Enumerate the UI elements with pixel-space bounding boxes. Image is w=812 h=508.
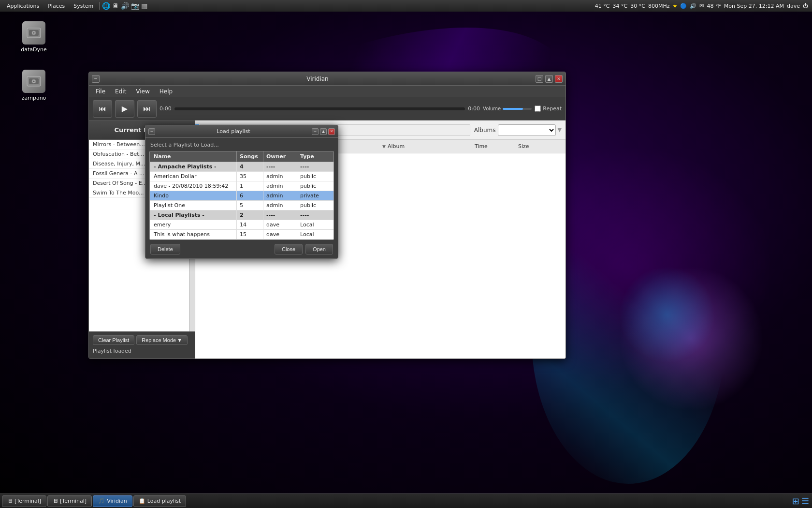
- prev-btn[interactable]: ⏮: [93, 100, 112, 118]
- viridian-menubar: File Edit View Help: [89, 86, 566, 97]
- col-header-arrow: ▼: [380, 144, 388, 149]
- menu-places[interactable]: Places: [44, 2, 69, 10]
- dialog-row-7[interactable]: This is what happens15daveLocal: [150, 230, 334, 239]
- window-list-btn[interactable]: ☰: [801, 496, 809, 506]
- workspace-switcher[interactable]: ⊞: [792, 496, 799, 506]
- viridian-title: Viridian: [100, 75, 536, 82]
- terminal2-label: [Terminal]: [60, 498, 87, 504]
- dialog-row-3[interactable]: Kindo6adminprivate: [150, 191, 334, 201]
- viridian-window-controls: ─: [92, 75, 100, 83]
- audio-icon[interactable]: 🔊: [121, 2, 129, 10]
- viridian-maximize-btn[interactable]: ▲: [545, 75, 553, 83]
- zampano-label: zampano: [22, 95, 46, 101]
- taskbar-app-terminal1[interactable]: 🖥 [Terminal]: [2, 495, 46, 507]
- replace-mode-arrow[interactable]: ▼: [177, 337, 182, 343]
- dialog-close-btn[interactable]: ✕: [328, 128, 335, 135]
- cpu-label: 800MHz: [648, 3, 670, 9]
- dialog-cell-songs-5: 2: [237, 210, 263, 220]
- loadplaylist-label: Load playlist: [147, 498, 181, 504]
- next-btn[interactable]: ⏭: [137, 100, 157, 118]
- col-type-header: Type: [297, 151, 331, 162]
- dialog-cell-type-7: Local: [297, 230, 331, 239]
- table-col-headers: ▼ Album Time Size: [380, 143, 562, 149]
- open-btn[interactable]: Open: [305, 244, 333, 254]
- col-time-header: Time: [475, 143, 518, 149]
- viridian-taskbar-label: Viridian: [107, 498, 127, 504]
- desktop-icon-zampano[interactable]: zampano: [14, 67, 53, 104]
- time-end: 0:00: [468, 105, 480, 112]
- svg-point-7: [33, 81, 35, 82]
- dialog-row-6[interactable]: emery14daveLocal: [150, 220, 334, 230]
- progress-bar-container[interactable]: [174, 107, 465, 110]
- dialog-title: Load playlist: [155, 128, 312, 134]
- dialog-row-1[interactable]: American Dollar35adminpublic: [150, 172, 334, 181]
- user-label: dave: [787, 3, 800, 9]
- chrome-icon[interactable]: 🌐: [102, 2, 110, 10]
- replace-mode-btn[interactable]: Replace Mode ▼: [136, 335, 188, 345]
- taskbar-top-right: 41 °C 34 °C 30 °C 800MHz ★ 🔵 🔊 ✉ 48 °F M…: [591, 3, 812, 9]
- terminal-icon[interactable]: 🖥: [112, 2, 119, 10]
- bluetooth-icon[interactable]: 🔵: [680, 3, 687, 9]
- menu-file[interactable]: File: [91, 87, 110, 96]
- taskbar-app-terminal2[interactable]: 🖥 [Terminal]: [47, 495, 92, 507]
- viridian-right-controls: □ ▲ ✕: [536, 75, 563, 83]
- dialog-cell-type-1: public: [297, 172, 331, 181]
- dialog-cell-type-6: Local: [297, 220, 331, 229]
- taskbar-app-loadplaylist[interactable]: 📋 Load playlist: [133, 495, 186, 507]
- menu-edit[interactable]: Edit: [110, 87, 131, 96]
- volume-icon[interactable]: 🔊: [690, 3, 696, 9]
- viridian-minimize-btn[interactable]: ─: [92, 75, 100, 83]
- dialog-minimize-btn[interactable]: ─: [312, 128, 319, 135]
- dialog-cell-songs-1: 35: [237, 172, 263, 181]
- dialog-cell-name-3: Kindo: [150, 191, 237, 200]
- viridian-close-btn[interactable]: ✕: [555, 75, 563, 83]
- dialog-cell-type-2: public: [297, 181, 331, 191]
- dialog-cell-name-5: - Local Playlists -: [150, 210, 237, 220]
- dialog-cell-name-7: This is what happens: [150, 230, 237, 239]
- play-btn[interactable]: ▶: [115, 100, 134, 118]
- playlist-footer: Clear Playlist Replace Mode ▼ Playlist l…: [89, 331, 195, 359]
- dialog-cell-owner-7: dave: [263, 230, 297, 239]
- dialog-row-0[interactable]: - Ampache Playlists -4--------: [150, 162, 334, 172]
- close-btn[interactable]: Close: [275, 244, 303, 254]
- taskbar-bottom-left: 🖥 [Terminal] 🖥 [Terminal] 🎵 Viridian 📋 L…: [0, 495, 188, 507]
- desktop-icon-datadyne[interactable]: dataDyne: [14, 18, 53, 56]
- datetime-label: Mon Sep 27, 12:12 AM: [724, 3, 784, 9]
- menu-applications[interactable]: Applications: [3, 2, 43, 10]
- viridian-restore-btn[interactable]: □: [536, 75, 543, 83]
- temp2-label: 34 °C: [613, 3, 628, 9]
- workspace-icon[interactable]: ▦: [141, 2, 147, 10]
- temp3-label: 30 °C: [630, 3, 645, 9]
- power-icon[interactable]: ⏻: [803, 3, 808, 9]
- dialog-subtitle: Select a Playlist to Load...: [145, 138, 338, 151]
- star-icon: ★: [672, 3, 677, 9]
- dialog-cell-owner-4: admin: [263, 201, 297, 210]
- menu-view[interactable]: View: [131, 87, 154, 96]
- dialog-menu-btn[interactable]: ─: [148, 128, 155, 135]
- clear-playlist-btn[interactable]: Clear Playlist: [93, 335, 134, 345]
- dialog-maximize-btn[interactable]: ▲: [320, 128, 327, 135]
- menu-system[interactable]: System: [70, 2, 97, 10]
- repeat-checkbox[interactable]: [535, 105, 541, 112]
- albums-filter-arrow[interactable]: ▼: [558, 127, 562, 133]
- dialog-cell-owner-3: admin: [263, 191, 297, 200]
- dialog-buttons: Delete Close Open: [145, 240, 338, 258]
- dialog-row-5[interactable]: - Local Playlists -2--------: [150, 210, 334, 220]
- taskbar-app-viridian[interactable]: 🎵 Viridian: [93, 495, 132, 507]
- screenshot-icon[interactable]: 📷: [131, 2, 139, 10]
- weather-label: 48 °F: [707, 3, 721, 9]
- repeat-label: Repeat: [543, 105, 562, 112]
- volume-slider[interactable]: [503, 108, 532, 110]
- taskbar-top: Applications Places System 🌐 🖥 🔊 📷 ▦ 41 …: [0, 0, 812, 12]
- menu-help[interactable]: Help: [155, 87, 177, 96]
- albums-dropdown[interactable]: [498, 124, 556, 136]
- dialog-row-4[interactable]: Playlist One5adminpublic: [150, 201, 334, 210]
- dialog-row-2[interactable]: dave - 20/08/2010 18:59:421adminpublic: [150, 181, 334, 191]
- dialog-titlebar: ─ Load playlist ─ ▲ ✕: [145, 125, 338, 138]
- dialog-cell-name-2: dave - 20/08/2010 18:59:42: [150, 181, 237, 191]
- dialog-table-body: - Ampache Playlists -4--------American D…: [150, 162, 334, 239]
- dialog-cell-name-6: emery: [150, 220, 237, 229]
- mail-icon[interactable]: ✉: [699, 3, 704, 9]
- taskbar-bottom: 🖥 [Terminal] 🖥 [Terminal] 🎵 Viridian 📋 L…: [0, 493, 812, 508]
- delete-btn[interactable]: Delete: [150, 244, 180, 254]
